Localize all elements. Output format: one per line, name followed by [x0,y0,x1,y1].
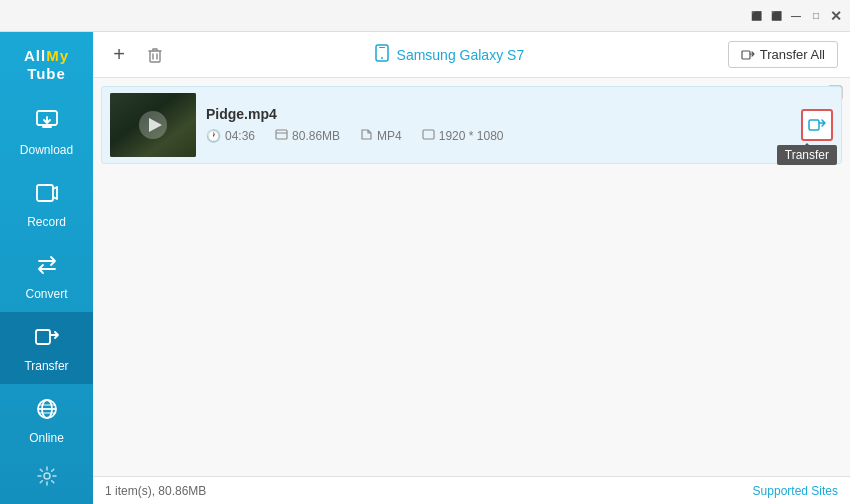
file-meta: 🕐 04:36 80.86MB [206,128,791,144]
titlebar-icon2: ⬛ [768,8,784,24]
file-resolution: 1920 * 1080 [422,128,504,144]
device-name: Samsung Galaxy S7 [397,47,525,63]
sidebar-item-download-label: Download [20,143,73,157]
sidebar-item-convert-label: Convert [25,287,67,301]
svg-point-7 [381,57,383,59]
app-logo-text: AllMy Tube [24,47,69,83]
svg-rect-8 [379,47,385,48]
svg-rect-15 [423,130,434,139]
file-thumbnail [110,93,196,157]
sidebar-item-online-label: Online [29,431,64,445]
delete-button[interactable] [141,41,169,69]
top-bar-center: Samsung Galaxy S7 [179,44,718,66]
svg-rect-16 [809,120,819,130]
settings-button[interactable] [0,456,93,496]
sidebar-bottom [0,456,93,496]
download-icon [33,107,61,139]
file-name: Pidge.mp4 [206,106,791,122]
status-info: 1 item(s), 80.86MB [105,484,206,498]
file-duration: 🕐 04:36 [206,128,255,144]
transfer-button-container: Transfer [801,109,833,141]
device-icon [373,44,391,66]
clock-icon: 🕐 [206,129,221,143]
status-bar: 1 item(s), 80.86MB Supported Sites [93,476,850,504]
resolution-icon [422,128,435,144]
app-container: ⬛ ⬛ ─ □ ✕ AllMy Tube [0,0,850,504]
title-bar: ⬛ ⬛ ─ □ ✕ [0,0,850,32]
thumb-inner [110,93,196,157]
svg-rect-9 [742,51,750,59]
size-icon [275,128,288,144]
sidebar-item-transfer[interactable]: Transfer [0,312,93,384]
sidebar-item-convert[interactable]: Convert [0,240,93,312]
sidebar-item-transfer-label: Transfer [24,359,68,373]
add-button[interactable]: + [105,41,133,69]
maximize-button[interactable]: □ [808,8,824,24]
file-list-area: Pidge.mp4 🕐 04:36 [93,78,850,476]
convert-icon [33,251,61,283]
titlebar-icon1: ⬛ [748,8,764,24]
online-icon [33,395,61,427]
minimize-button[interactable]: ─ [788,8,804,24]
svg-rect-14 [276,130,287,139]
close-button[interactable]: ✕ [828,8,844,24]
svg-rect-2 [36,330,50,344]
file-format: MP4 [360,128,402,144]
top-bar-left: + [105,41,169,69]
main-layout: AllMy Tube Download [0,32,850,504]
app-logo: AllMy Tube [0,42,93,88]
top-bar-right: Transfer All [728,41,838,68]
sidebar-item-record[interactable]: Record [0,168,93,240]
sidebar-item-online[interactable]: Online [0,384,93,456]
format-icon [360,128,373,144]
transfer-file-button[interactable] [801,109,833,141]
title-bar-controls: ⬛ ⬛ ─ □ ✕ [748,8,844,24]
sidebar-item-record-label: Record [27,215,66,229]
sidebar-item-download[interactable]: Download [0,96,93,168]
svg-point-5 [44,473,50,479]
record-icon [33,179,61,211]
transfer-all-button[interactable]: Transfer All [728,41,838,68]
transfer-tooltip: Transfer [777,145,837,165]
file-size: 80.86MB [275,128,340,144]
top-bar: + Sa [93,32,850,78]
table-row: Pidge.mp4 🕐 04:36 [101,86,842,164]
sidebar: AllMy Tube Download [0,32,93,504]
transfer-all-label: Transfer All [760,47,825,62]
content-area: + Sa [93,32,850,504]
file-info: Pidge.mp4 🕐 04:36 [206,106,791,144]
svg-rect-1 [37,185,53,201]
supported-sites-link[interactable]: Supported Sites [753,484,838,498]
transfer-icon [33,323,61,355]
